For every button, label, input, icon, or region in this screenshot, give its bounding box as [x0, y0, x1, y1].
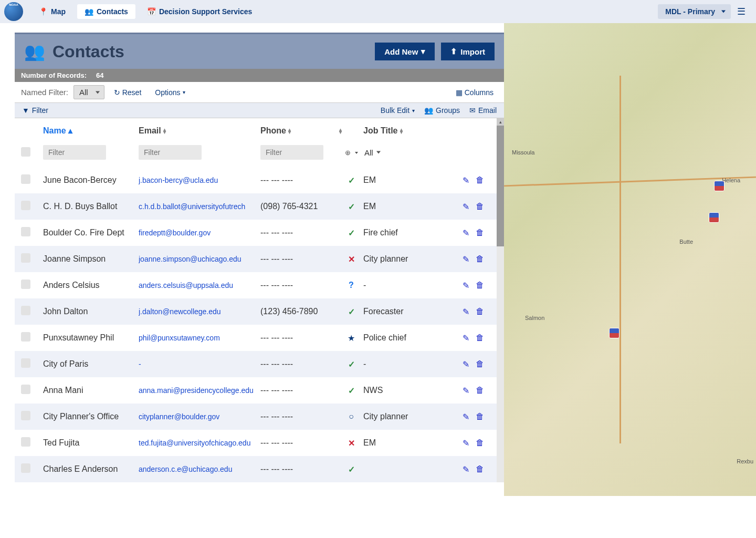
col-job-header[interactable]: Job Title ▴▾ — [363, 126, 442, 136]
edit-icon[interactable]: ✎ — [463, 281, 469, 291]
row-checkbox[interactable] — [21, 201, 30, 210]
edit-icon[interactable]: ✎ — [463, 386, 469, 396]
trash-icon[interactable]: 🗑 — [476, 464, 484, 474]
trash-icon[interactable]: 🗑 — [476, 202, 484, 212]
groups-button[interactable]: 👥 Groups — [424, 106, 460, 115]
table-row: Joanne Simpsonjoanne.simpson@uchicago.ed… — [15, 246, 504, 272]
cell-job: Police chief — [363, 333, 442, 343]
phone-filter-input[interactable] — [260, 145, 323, 160]
edit-icon[interactable]: ✎ — [463, 175, 469, 185]
email-link[interactable]: firedeptt@boulder.gov — [139, 229, 211, 237]
hamburger-menu[interactable]: ☰ — [731, 3, 752, 20]
select-all-checkbox[interactable] — [21, 147, 30, 157]
trash-icon[interactable]: 🗑 — [476, 412, 484, 422]
cell-name: Charles E Anderson — [43, 464, 139, 474]
email-link[interactable]: cityplanner@boulder.gov — [139, 412, 219, 421]
row-checkbox[interactable] — [21, 174, 30, 184]
map-city-label: Butte — [679, 239, 693, 245]
sort-asc-icon: ▴ — [68, 126, 72, 136]
row-checkbox[interactable] — [21, 463, 30, 473]
sort-icon: ▴▾ — [400, 128, 403, 133]
named-filter-label: Named Filter: — [21, 88, 68, 97]
col-status-header[interactable]: ▴▾ — [339, 128, 363, 133]
name-filter-input[interactable] — [43, 145, 106, 160]
trash-icon[interactable]: 🗑 — [476, 386, 484, 396]
email-link[interactable]: ted.fujita@universityofchicago.edu — [139, 439, 250, 447]
options-button[interactable]: Options ▾ — [151, 86, 189, 99]
email-link[interactable]: - — [139, 360, 141, 368]
groups-icon: 👥 — [424, 106, 433, 115]
col-phone-header[interactable]: Phone ▴▾ — [260, 126, 339, 136]
trash-icon[interactable]: 🗑 — [476, 228, 484, 238]
add-new-button[interactable]: Add New ▾ — [375, 43, 435, 60]
row-checkbox[interactable] — [21, 280, 30, 289]
email-button[interactable]: ✉ Email — [469, 106, 497, 115]
email-link[interactable]: j.dalton@newcollege.edu — [139, 307, 221, 316]
edit-icon[interactable]: ✎ — [463, 254, 469, 264]
trash-icon[interactable]: 🗑 — [476, 281, 484, 291]
import-button[interactable]: ⬆ Import — [441, 43, 495, 60]
question-icon: ? — [349, 281, 354, 289]
scrollbar[interactable]: ▴ — [497, 118, 504, 482]
check-icon: ✓ — [348, 176, 355, 185]
cell-phone: --- --- ---- — [260, 333, 339, 343]
nav-contacts[interactable]: 👥 Contacts — [77, 4, 135, 19]
table-row: Anders Celsiusanders.celsuis@uppsala.edu… — [15, 272, 504, 298]
email-link[interactable]: joanne.simpson@uchicago.edu — [139, 255, 242, 263]
trash-icon[interactable]: 🗑 — [476, 254, 484, 264]
email-link[interactable]: phil@punxsutawney.com — [139, 334, 220, 342]
row-checkbox[interactable] — [21, 227, 30, 236]
email-filter-input[interactable] — [139, 145, 202, 160]
edit-icon[interactable]: ✎ — [463, 359, 469, 369]
row-checkbox[interactable] — [21, 437, 30, 447]
status-filter-select[interactable]: ⊕ — [345, 149, 358, 157]
row-checkbox[interactable] — [21, 411, 30, 420]
interstate-shield-icon — [709, 212, 719, 223]
trash-icon[interactable]: 🗑 — [476, 307, 484, 317]
filter-row: ⊕ All — [15, 140, 504, 167]
trash-icon[interactable]: 🗑 — [476, 359, 484, 369]
groups-label: Groups — [436, 106, 460, 115]
edit-icon[interactable]: ✎ — [463, 412, 469, 422]
email-link[interactable]: j.bacon-bercy@ucla.edu — [139, 176, 218, 184]
edit-icon[interactable]: ✎ — [463, 464, 469, 474]
table-row: City of Paris---- --- ----✓-✎🗑 — [15, 351, 504, 377]
edit-icon[interactable]: ✎ — [463, 228, 469, 238]
email-link[interactable]: anna.mani@presidencycollege.edu — [139, 386, 254, 395]
col-name-label: Name — [43, 126, 66, 136]
region-select[interactable]: MDL - Primary — [658, 4, 731, 19]
row-checkbox[interactable] — [21, 385, 30, 394]
row-checkbox[interactable] — [21, 358, 30, 368]
edit-icon[interactable]: ✎ — [463, 333, 469, 343]
table-row: June Bacon-Berceyj.bacon-bercy@ucla.edu-… — [15, 167, 504, 193]
row-checkbox[interactable] — [21, 332, 30, 342]
nav-dss[interactable]: 📅 Decision Support Services — [140, 4, 259, 19]
named-filter-value: All — [79, 88, 88, 97]
edit-icon[interactable]: ✎ — [463, 307, 469, 317]
named-filter-select[interactable]: All — [74, 85, 104, 99]
bulk-edit-button[interactable]: Bulk Edit ▾ — [381, 106, 415, 115]
job-filter-select[interactable]: All — [363, 147, 382, 158]
email-link[interactable]: anderson.c.e@uchicago.edu — [139, 465, 232, 473]
trash-icon[interactable]: 🗑 — [476, 175, 484, 185]
col-name-header[interactable]: Name ▴ — [43, 126, 139, 136]
map-pane[interactable]: Missoula Helena Butte Salmon Rexbu — [504, 23, 756, 496]
edit-icon[interactable]: ✎ — [463, 438, 469, 448]
scroll-up-arrow[interactable]: ▴ — [497, 118, 504, 126]
reset-button[interactable]: ↻ Reset — [110, 86, 146, 99]
trash-icon[interactable]: 🗑 — [476, 333, 484, 343]
row-checkbox[interactable] — [21, 253, 30, 263]
edit-icon[interactable]: ✎ — [463, 202, 469, 212]
table-row: John Daltonj.dalton@newcollege.edu(123) … — [15, 298, 504, 325]
map-background — [504, 23, 756, 496]
trash-icon[interactable]: 🗑 — [476, 438, 484, 448]
cross-icon: ✕ — [348, 255, 355, 264]
nav-map[interactable]: 📍 Map — [32, 4, 73, 19]
col-email-header[interactable]: Email ▴▾ — [139, 126, 260, 136]
email-link[interactable]: c.h.d.b.ballot@universityofutrech — [139, 202, 245, 211]
row-checkbox[interactable] — [21, 306, 30, 315]
filter-toggle[interactable]: ▼ Filter — [22, 106, 48, 115]
columns-button[interactable]: ▦ Columns — [452, 86, 498, 99]
scrollbar-thumb[interactable] — [497, 126, 504, 246]
email-link[interactable]: anders.celsuis@uppsala.edu — [139, 281, 233, 289]
